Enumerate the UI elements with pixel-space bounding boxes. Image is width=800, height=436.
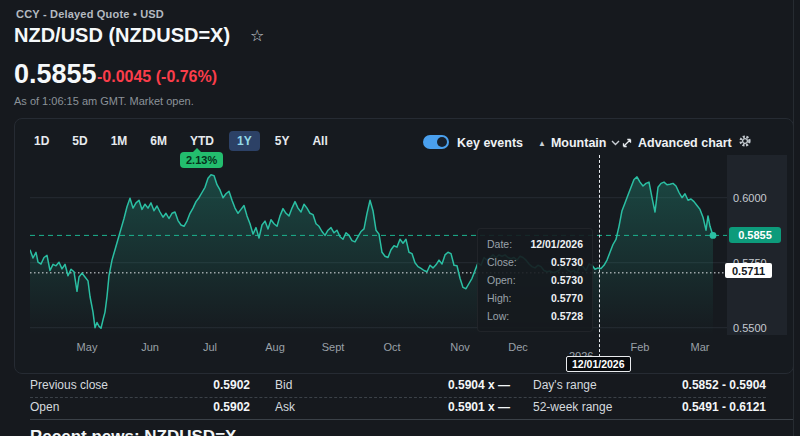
expand-diagonal-icon xyxy=(621,137,633,149)
range-tab-6m[interactable]: 6M xyxy=(142,131,175,151)
stats-bottom-divider xyxy=(30,419,793,420)
toggle-knob xyxy=(437,137,447,147)
last-price-dot xyxy=(710,232,717,239)
current-price-badge: 0.5855 xyxy=(729,227,781,243)
change-percent: (-0.76%) xyxy=(156,68,217,85)
x-axis-label: Nov xyxy=(450,341,470,353)
x-axis-label: Jul xyxy=(203,341,217,353)
crosshair-price-badge: 0.5711 xyxy=(725,263,772,278)
x-axis-label: Oct xyxy=(383,341,400,353)
range-tabs: 1D5D1M6MYTD1Y5YAll xyxy=(26,131,336,151)
stat-label: Bid xyxy=(275,378,292,392)
tooltip-label: High: xyxy=(487,289,512,307)
stat-value: 0.5852 - 0.5904 xyxy=(682,378,766,392)
x-axis-label: Jun xyxy=(141,341,159,353)
tooltip-row: Date:12/01/2026 xyxy=(487,235,583,253)
stats-row-divider xyxy=(30,397,766,398)
stat-value: 0.5902 xyxy=(213,378,250,392)
stats-column: Day's range0.5852 - 0.590452-week range0… xyxy=(533,374,766,418)
stats-row: Open0.5902 xyxy=(30,396,250,418)
range-tab-1d[interactable]: 1D xyxy=(26,131,57,151)
stat-label: Day's range xyxy=(533,378,597,392)
tooltip-label: Low: xyxy=(487,307,509,325)
quote-meta: CCY - Delayed Quote • USD xyxy=(16,8,164,20)
current-price: 0.5855 xyxy=(14,59,97,90)
stat-label: Open xyxy=(30,400,59,414)
chart-type-selector[interactable]: ▲ Mountain xyxy=(538,136,620,150)
x-axis-label: Aug xyxy=(265,341,285,353)
tooltip-row: Close:0.5730 xyxy=(487,253,583,271)
tooltip-value: 0.5730 xyxy=(551,271,583,289)
range-tab-ytd[interactable]: YTD xyxy=(182,131,222,151)
tooltip-value: 0.5730 xyxy=(551,253,583,271)
next-section-heading: Recent news: NZDUSD=X xyxy=(30,427,236,436)
tooltip-value: 0.5770 xyxy=(551,289,583,307)
range-performance-badge: 2.13% xyxy=(180,152,223,168)
change-value: -0.0045 xyxy=(97,68,151,85)
x-axis-label: Sept xyxy=(322,341,345,353)
y-axis-label: 0.5500 xyxy=(733,322,767,334)
range-tab-5d[interactable]: 5D xyxy=(64,131,95,151)
x-axis-label: Dec xyxy=(508,341,528,353)
price-change: -0.0045 (-0.76%) xyxy=(97,68,217,86)
tooltip-row: High:0.5770 xyxy=(487,289,583,307)
price-axis xyxy=(727,155,787,335)
stats-row: 52-week range0.5491 - 0.6121 xyxy=(533,396,766,418)
stat-value: 0.5902 xyxy=(213,400,250,414)
stat-label: Previous close xyxy=(30,378,108,392)
stats-column: Bid0.5904 x —Ask0.5901 x — xyxy=(275,374,510,418)
x-axis-label: Feb xyxy=(631,341,650,353)
tooltip-value: 0.5728 xyxy=(551,307,583,325)
range-tab-all[interactable]: All xyxy=(304,131,335,151)
asof-status: As of 1:06:15 am GMT. Market open. xyxy=(14,95,194,107)
stats-row: Previous close0.5902 xyxy=(30,374,250,396)
page-title: NZD/USD (NZDUSD=X) xyxy=(14,24,230,47)
key-events-label: Key events xyxy=(457,136,523,150)
crosshair-date-badge: 12/01/2026 xyxy=(566,356,631,372)
tooltip-label: Date: xyxy=(487,235,512,253)
range-tab-1y[interactable]: 1Y xyxy=(229,131,260,151)
tooltip-row: Low:0.5728 xyxy=(487,307,583,325)
price-chart[interactable] xyxy=(30,155,727,335)
key-events-toggle[interactable] xyxy=(423,135,449,149)
favorite-star-icon[interactable]: ☆ xyxy=(250,26,264,45)
stat-value: 0.5901 x — xyxy=(448,400,510,414)
range-tab-5y[interactable]: 5Y xyxy=(267,131,298,151)
column-divider xyxy=(793,0,794,436)
gear-icon[interactable] xyxy=(738,134,752,148)
chart-tooltip: Date:12/01/2026Close:0.5730Open:0.5730Hi… xyxy=(477,228,593,332)
tooltip-row: Open:0.5730 xyxy=(487,271,583,289)
stats-row: Day's range0.5852 - 0.5904 xyxy=(533,374,766,396)
x-axis-label: May xyxy=(77,341,98,353)
advanced-chart-button[interactable]: Advanced chart xyxy=(621,136,732,150)
range-tab-1m[interactable]: 1M xyxy=(103,131,136,151)
chart-type-label: Mountain xyxy=(551,136,607,150)
quote-page: CCY - Delayed Quote • USD NZD/USD (NZDUS… xyxy=(0,0,800,436)
x-axis-label: Mar xyxy=(691,341,710,353)
tooltip-label: Open: xyxy=(487,271,516,289)
tooltip-value: 12/01/2026 xyxy=(530,235,583,253)
y-axis-label: 0.6000 xyxy=(733,192,767,204)
stats-column: Previous close0.5902Open0.5902 xyxy=(30,374,250,418)
mountain-icon: ▲ xyxy=(538,139,546,148)
stats-row: Bid0.5904 x — xyxy=(275,374,510,396)
stat-value: 0.5904 x — xyxy=(448,378,510,392)
stat-label: Ask xyxy=(275,400,295,414)
crosshair-vertical-line xyxy=(599,155,600,372)
chevron-down-icon xyxy=(611,140,620,146)
stat-label: 52-week range xyxy=(533,400,612,414)
stats-row: Ask0.5901 x — xyxy=(275,396,510,418)
advanced-chart-label: Advanced chart xyxy=(638,136,732,150)
tooltip-label: Close: xyxy=(487,253,517,271)
stat-value: 0.5491 - 0.6121 xyxy=(682,400,766,414)
